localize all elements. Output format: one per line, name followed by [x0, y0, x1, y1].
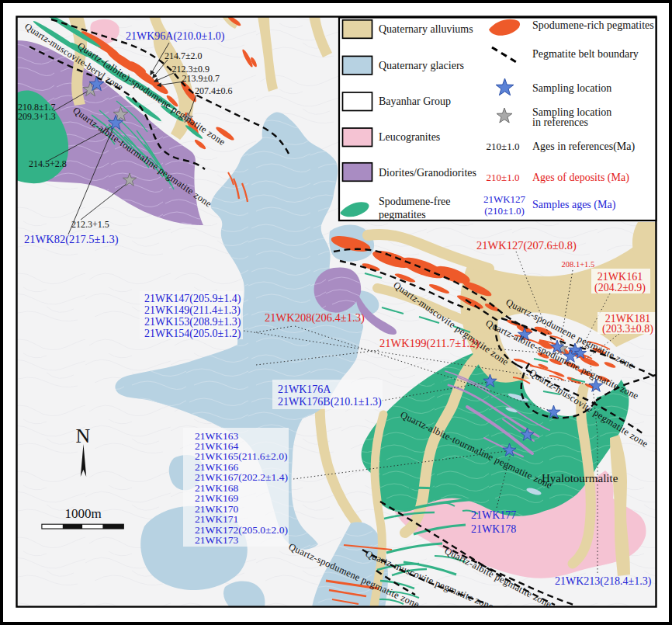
svg-text:210±1.0: 210±1.0: [487, 141, 520, 152]
svg-text:21WK208(206.4±1.3): 21WK208(206.4±1.3): [265, 311, 365, 325]
svg-text:21WK154(205.0±1.2): 21WK154(205.0±1.2): [144, 328, 241, 340]
svg-text:(210±1.0): (210±1.0): [484, 205, 525, 217]
svg-text:208.1+1.5: 208.1+1.5: [562, 260, 595, 269]
svg-text:21WK127: 21WK127: [483, 193, 526, 205]
svg-text:Pegmatite belt boundary: Pegmatite belt boundary: [532, 48, 639, 60]
svg-text:(203.3±0.8): (203.3±0.8): [602, 323, 653, 335]
svg-text:21WK82(217.5±1.3): 21WK82(217.5±1.3): [24, 233, 119, 246]
svg-text:21WK177: 21WK177: [471, 509, 516, 521]
svg-text:Sampling location: Sampling location: [532, 82, 611, 94]
svg-text:N: N: [76, 425, 91, 447]
svg-text:21WK176B(210.1±1.3): 21WK176B(210.1±1.3): [278, 396, 382, 408]
svg-text:21WK96A(210.0±1.0): 21WK96A(210.0±1.0): [126, 30, 225, 43]
svg-text:in references: in references: [532, 116, 588, 128]
svg-text:213.9±0.7: 213.9±0.7: [182, 73, 220, 84]
svg-text:Samples ages (Ma): Samples ages (Ma): [532, 199, 616, 211]
svg-text:21WK199(211.7±1.2): 21WK199(211.7±1.2): [379, 337, 479, 350]
svg-text:Spodumene-rich pegmatites: Spodumene-rich pegmatites: [532, 19, 654, 31]
svg-text:21WK178: 21WK178: [471, 523, 516, 535]
svg-text:212.3+1.5: 212.3+1.5: [71, 219, 109, 230]
svg-text:pegmatites: pegmatites: [379, 209, 426, 220]
svg-text:21WK176A: 21WK176A: [278, 384, 331, 395]
svg-text:Ages of deposits (Ma): Ages of deposits (Ma): [532, 172, 629, 184]
svg-text:Diorites/Granodiorites: Diorites/Granodiorites: [379, 167, 476, 179]
svg-text:21WK213(218.4±1.3): 21WK213(218.4±1.3): [555, 575, 652, 588]
svg-text:Quaternary alluviums: Quaternary alluviums: [379, 23, 473, 35]
svg-text:Ages in references(Ma): Ages in references(Ma): [532, 141, 635, 153]
svg-text:Quaternary glaciers: Quaternary glaciers: [379, 60, 464, 71]
svg-text:21WK161: 21WK161: [598, 271, 643, 283]
svg-text:(204.2±0.9): (204.2±0.9): [594, 282, 646, 294]
svg-text:209.3+1.3: 209.3+1.3: [18, 111, 56, 122]
svg-text:Hyalotourmalite: Hyalotourmalite: [542, 472, 618, 484]
svg-text:214.5+2.8: 214.5+2.8: [29, 158, 67, 169]
svg-text:210±1.0: 210±1.0: [487, 172, 520, 183]
svg-text:21WK127(207.6±0.8): 21WK127(207.6±0.8): [476, 239, 577, 252]
svg-text:21WK147(205.9±1.4): 21WK147(205.9±1.4): [144, 293, 241, 305]
svg-text:21WK153(208.9±1.3): 21WK153(208.9±1.3): [144, 316, 241, 328]
svg-text:1000m: 1000m: [64, 506, 101, 521]
svg-text:21WK173: 21WK173: [195, 534, 238, 546]
svg-text:214.7±2.0: 214.7±2.0: [165, 50, 203, 61]
svg-text:207.4±0.6: 207.4±0.6: [195, 85, 233, 96]
svg-text:21WK149(211.4±1.3): 21WK149(211.4±1.3): [144, 304, 241, 317]
svg-text:Bayanhar Group: Bayanhar Group: [379, 95, 451, 107]
svg-text:Leucogranites: Leucogranites: [379, 131, 440, 143]
svg-text:Spodumene-free: Spodumene-free: [379, 196, 451, 207]
